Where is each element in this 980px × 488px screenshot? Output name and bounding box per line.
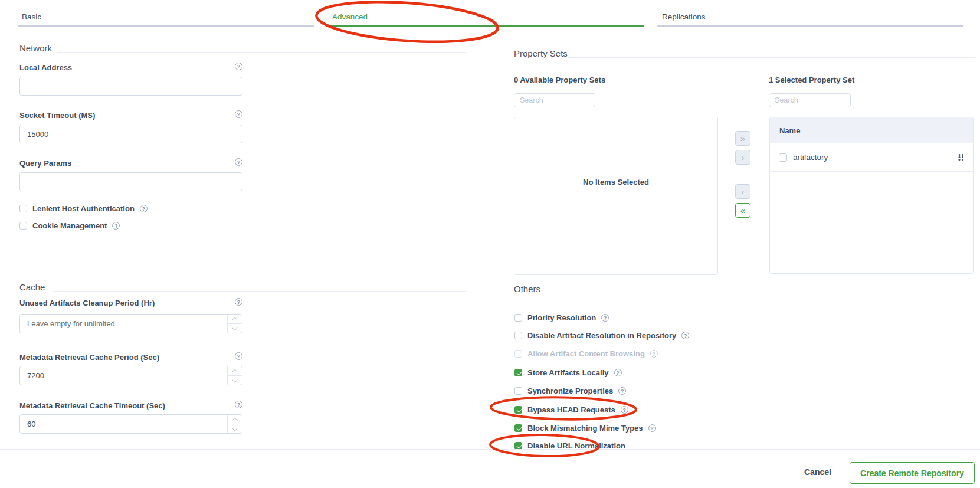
available-search-input[interactable]	[514, 93, 595, 107]
table-row[interactable]: artifactory	[770, 143, 973, 172]
available-property-sets-title: 0 Available Property Sets	[514, 76, 605, 84]
synchronize-properties-checkbox[interactable]	[514, 387, 522, 395]
cleanup-period-field	[19, 314, 242, 333]
cleanup-period-label: Unused Artifacts Cleanup Period (Hr)	[19, 299, 155, 307]
property-sets-section-title: Property Sets	[514, 48, 568, 58]
cookie-management-row: Cookie Management ?	[19, 221, 120, 230]
others-section-title: Others	[514, 284, 540, 294]
cancel-button[interactable]: Cancel	[804, 467, 831, 477]
block-mismatching-mime-label: Block Mismatching Mime Types	[527, 424, 643, 433]
metadata-period-label: Metadata Retrieval Cache Period (Sec)	[19, 353, 159, 362]
metadata-timeout-help-icon[interactable]: ?	[235, 401, 242, 408]
socket-timeout-input[interactable]	[19, 125, 242, 143]
synchronize-properties-row: Synchronize Properties ?	[514, 387, 626, 395]
cleanup-period-spinner	[227, 315, 242, 333]
block-mismatching-mime-checkbox[interactable]	[514, 424, 522, 432]
cookie-management-checkbox[interactable]	[19, 222, 27, 230]
spinner-down-icon[interactable]	[228, 323, 242, 333]
store-artifacts-locally-label: Store Artifacts Locally	[527, 368, 609, 377]
double-chevron-left-icon: «	[740, 206, 745, 215]
cleanup-period-help-icon[interactable]: ?	[235, 298, 242, 306]
selected-property-sets-table: Name artifactory	[769, 117, 974, 274]
local-address-input[interactable]	[19, 77, 242, 96]
tab-replications[interactable]: Replications	[657, 0, 963, 27]
create-remote-repository-page: Basic Advanced Replications Network Loca…	[0, 0, 980, 488]
allow-content-browsing-checkbox	[514, 350, 522, 358]
allow-content-browsing-help-icon: ?	[650, 350, 658, 358]
metadata-period-field	[19, 366, 242, 385]
move-all-right-button[interactable]: »	[735, 131, 750, 146]
synchronize-properties-help-icon[interactable]: ?	[618, 387, 626, 395]
cleanup-period-input[interactable]	[20, 315, 227, 333]
metadata-period-help-icon[interactable]: ?	[235, 352, 242, 360]
drag-handle-icon[interactable]	[957, 153, 965, 161]
create-remote-repository-button-label: Create Remote Repository	[860, 469, 964, 478]
synchronize-properties-label: Synchronize Properties	[527, 387, 613, 395]
socket-timeout-help-icon[interactable]: ?	[235, 110, 242, 118]
store-artifacts-locally-help-icon[interactable]: ?	[614, 369, 622, 376]
row-checkbox[interactable]	[779, 153, 787, 162]
bypass-head-requests-checkbox[interactable]	[514, 406, 522, 414]
disable-artifact-resolution-row: Disable Artifact Resolution in Repositor…	[514, 331, 689, 340]
tab-advanced[interactable]: Advanced	[327, 0, 644, 27]
cache-section-title: Cache	[19, 282, 45, 292]
tab-advanced-label: Advanced	[332, 12, 368, 21]
store-artifacts-locally-checkbox[interactable]	[514, 369, 522, 376]
move-right-button[interactable]: ›	[735, 150, 750, 165]
lenient-host-auth-row: Lenient Host Authentication ?	[19, 204, 148, 213]
block-mismatching-mime-row: Block Mismatching Mime Types ?	[514, 424, 656, 433]
cookie-management-help-icon[interactable]: ?	[112, 222, 120, 230]
cache-divider	[53, 291, 466, 292]
spinner-up-icon[interactable]	[228, 366, 242, 375]
block-mismatching-mime-help-icon[interactable]: ?	[648, 424, 656, 432]
query-params-label: Query Params	[19, 159, 71, 168]
bypass-head-requests-label: Bypass HEAD Requests	[527, 405, 615, 414]
tab-basic[interactable]: Basic	[18, 0, 314, 27]
property-set-name: artifactory	[793, 153, 951, 162]
priority-resolution-label: Priority Resolution	[527, 313, 596, 322]
query-params-input[interactable]	[19, 172, 242, 191]
tab-basic-label: Basic	[22, 12, 41, 21]
chevron-right-icon: ›	[742, 153, 745, 162]
selected-search-input[interactable]	[769, 93, 851, 107]
property-sets-divider	[568, 57, 975, 58]
priority-resolution-help-icon[interactable]: ?	[601, 314, 609, 322]
lenient-host-auth-label: Lenient Host Authentication	[32, 204, 135, 213]
lenient-host-auth-help-icon[interactable]: ?	[140, 205, 148, 212]
metadata-period-input[interactable]	[20, 366, 227, 385]
disable-artifact-resolution-help-icon[interactable]: ?	[681, 332, 689, 339]
store-artifacts-locally-row: Store Artifacts Locally ?	[514, 368, 622, 377]
network-divider	[57, 52, 466, 53]
metadata-timeout-input[interactable]	[20, 415, 227, 433]
priority-resolution-row: Priority Resolution ?	[514, 313, 609, 322]
footer-divider	[0, 449, 980, 450]
bypass-head-requests-help-icon[interactable]: ?	[621, 406, 628, 414]
metadata-timeout-field	[19, 414, 242, 434]
metadata-timeout-spinner	[227, 415, 242, 433]
table-header-name: Name	[770, 117, 973, 143]
disable-artifact-resolution-checkbox[interactable]	[514, 332, 522, 339]
cookie-management-label: Cookie Management	[32, 221, 107, 230]
chevron-left-icon: ‹	[742, 187, 745, 196]
create-remote-repository-button[interactable]: Create Remote Repository	[850, 462, 975, 484]
local-address-help-icon[interactable]: ?	[235, 63, 242, 70]
priority-resolution-checkbox[interactable]	[514, 314, 522, 322]
empty-list-text: No Items Selected	[514, 178, 717, 186]
socket-timeout-label: Socket Timeout (MS)	[19, 111, 95, 120]
move-left-button[interactable]: ‹	[735, 184, 750, 199]
spinner-down-icon[interactable]	[228, 375, 242, 385]
others-divider	[552, 293, 975, 293]
spinner-down-icon[interactable]	[228, 424, 242, 433]
selected-property-sets-title: 1 Selected Property Set	[769, 76, 854, 84]
network-section-title: Network	[19, 43, 52, 53]
spinner-up-icon[interactable]	[228, 415, 242, 424]
metadata-timeout-label: Metadata Retrieval Cache Timeout (Sec)	[19, 401, 165, 410]
move-all-left-button[interactable]: «	[735, 203, 750, 218]
lenient-host-auth-checkbox[interactable]	[19, 205, 27, 212]
query-params-help-icon[interactable]: ?	[235, 158, 242, 166]
tab-basic-underline	[18, 25, 314, 27]
tab-replications-label: Replications	[662, 12, 706, 21]
spinner-up-icon[interactable]	[228, 315, 242, 323]
bypass-head-requests-row: Bypass HEAD Requests ?	[514, 405, 628, 414]
local-address-label: Local Address	[19, 63, 72, 72]
